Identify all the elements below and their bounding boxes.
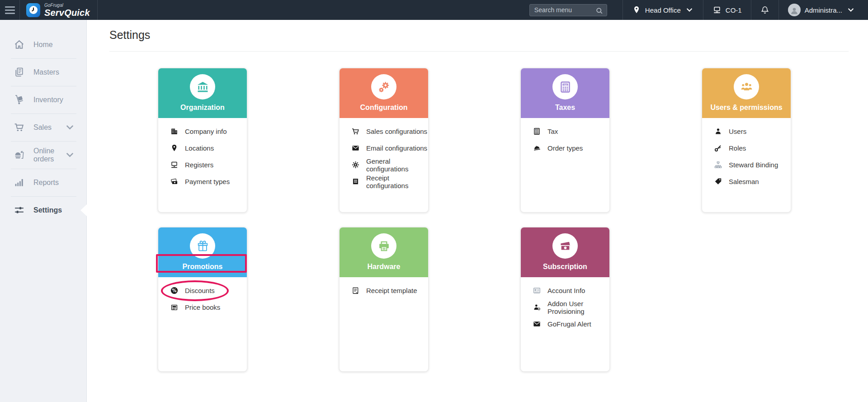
sidebar: HomeMastersInventorySalesOnline ordersRe…: [0, 20, 87, 402]
settings-card-subscription: SubscriptionAccount InfoAddon User Provi…: [520, 227, 610, 372]
location-selector[interactable]: Head Office: [623, 0, 703, 20]
hierarchy-icon: [714, 161, 722, 169]
card-title: Promotions: [183, 263, 223, 271]
menu-item-users[interactable]: Users: [702, 123, 791, 140]
menu-item-label: Payment types: [185, 178, 230, 185]
menu-item-label: Email configurations: [366, 144, 427, 152]
brand-logo[interactable]: GoFrugal ServQuick: [20, 0, 98, 20]
sidebar-item-reports[interactable]: Reports: [0, 169, 86, 196]
sidebar-item-online-orders[interactable]: Online orders: [0, 141, 86, 169]
menu-item-tax[interactable]: TAXTax: [521, 123, 609, 140]
inventory-icon: [14, 94, 25, 105]
menu-item-steward-binding[interactable]: Steward Binding: [702, 156, 791, 173]
sidebar-item-inventory[interactable]: Inventory: [0, 86, 86, 114]
home-icon: [14, 39, 25, 50]
menu-item-label: Receipt configurations: [366, 174, 428, 189]
user-check-icon: [533, 303, 541, 312]
menu-item-salesman[interactable]: Salesman: [702, 173, 791, 190]
sidebar-item-home[interactable]: Home: [0, 31, 86, 58]
sidebar-item-masters[interactable]: Masters: [0, 58, 86, 86]
users-group-icon: [734, 74, 759, 99]
reports-icon: [14, 177, 25, 188]
chevron-down-icon: [846, 5, 855, 14]
notifications-button[interactable]: [751, 0, 778, 20]
menu-item-addon-user-provisioning[interactable]: Addon User Provisioning: [521, 299, 609, 316]
menu-item-label: Registers: [185, 161, 213, 169]
menu-item-label: GoFrugal Alert: [547, 320, 591, 328]
envelope-icon: [351, 144, 360, 152]
menu-item-discounts[interactable]: %Discounts: [158, 282, 247, 299]
cash-icon: [170, 177, 179, 186]
card-items: Sales configurationsEmail configurations…: [340, 118, 428, 190]
register-terminal-icon: [712, 5, 722, 14]
user-icon: [714, 127, 722, 136]
online-orders-icon: [14, 149, 25, 161]
card-header-organization[interactable]: Organization: [158, 68, 247, 118]
serving-dome-icon: [533, 144, 541, 152]
brand-name-bottom: ServQuick: [44, 8, 90, 17]
menu-item-company-info[interactable]: Company info: [158, 123, 247, 140]
cart-icon: [351, 127, 360, 136]
sidebar-item-label: Reports: [33, 179, 59, 187]
sidebar-item-label: Home: [33, 41, 53, 49]
search-icon[interactable]: [595, 6, 604, 15]
menu-item-payment-types[interactable]: Payment types: [158, 173, 247, 190]
servquick-clock-icon: [26, 3, 40, 17]
menu-item-label: General configurations: [366, 157, 428, 173]
receipt-icon: [351, 177, 360, 186]
svg-text:TAX: TAX: [563, 83, 567, 85]
card-header-users-permissions[interactable]: Users & permissions: [702, 68, 791, 118]
location-label: Head Office: [645, 6, 681, 14]
hamburger-menu-icon[interactable]: [0, 0, 20, 20]
menu-item-email-configurations[interactable]: Email configurations: [340, 140, 428, 156]
location-pin-icon: [632, 5, 641, 14]
key-icon: [714, 144, 722, 152]
menu-item-order-types[interactable]: Order types: [521, 140, 609, 156]
menu-item-receipt-configurations[interactable]: Receipt configurations: [340, 173, 428, 190]
menu-item-gofrugal-alert[interactable]: GoFrugal Alert: [521, 316, 609, 332]
settings-card-hardware: HardwareReceipt template: [339, 227, 429, 372]
tax-calculator-icon: TAX: [552, 74, 578, 99]
menu-item-receipt-template[interactable]: Receipt template: [340, 282, 428, 299]
avatar: [788, 4, 801, 16]
sidebar-item-settings[interactable]: Settings: [0, 196, 86, 224]
chevron-down-icon: [64, 149, 75, 161]
register-indicator[interactable]: CO-1: [703, 0, 751, 20]
bell-icon: [760, 5, 769, 14]
brand-text: GoFrugal ServQuick: [44, 3, 90, 17]
menu-item-price-books[interactable]: Price books: [158, 299, 247, 316]
menu-item-locations[interactable]: Locations: [158, 140, 247, 156]
card-title: Subscription: [543, 263, 587, 271]
settings-card-organization: OrganizationCompany infoLocationsRegiste…: [158, 68, 247, 213]
gears-icon: [371, 74, 396, 99]
card-header-promotions[interactable]: Promotions: [158, 227, 247, 277]
settings-card-configuration: ConfigurationSales configurationsEmail c…: [339, 68, 429, 213]
card-title: Hardware: [368, 263, 401, 271]
user-label: Administra...: [805, 6, 842, 14]
user-menu[interactable]: Administra...: [778, 0, 868, 20]
card-items: Company infoLocationsRegistersPayment ty…: [158, 118, 247, 190]
menu-item-label: Order types: [547, 144, 583, 152]
card-title: Organization: [180, 104, 225, 112]
menu-item-general-configurations[interactable]: General configurations: [340, 156, 428, 173]
sidebar-item-label: Inventory: [33, 96, 63, 104]
card-header-taxes[interactable]: TAXTaxes: [521, 68, 609, 118]
settings-card-users-permissions: Users & permissionsUsersRolesSteward Bin…: [702, 68, 791, 213]
menu-item-account-info[interactable]: Account Info: [521, 282, 609, 299]
menu-item-registers[interactable]: Registers: [158, 156, 247, 173]
envelope-icon: [533, 320, 541, 328]
settings-card-promotions: Promotions%DiscountsPrice books: [158, 227, 247, 372]
card-header-subscription[interactable]: Subscription: [521, 227, 609, 277]
card-items: %DiscountsPrice books: [158, 277, 247, 316]
pin-icon: [170, 144, 179, 152]
menu-item-label: Tax: [547, 128, 558, 135]
card-items: Receipt template: [340, 277, 428, 299]
main-content: Settings OrganizationCompany infoLocatio…: [87, 20, 868, 402]
card-header-hardware[interactable]: Hardware: [340, 227, 428, 277]
top-bar: GoFrugal ServQuick Head Office CO-1 Admi…: [0, 0, 868, 20]
sidebar-item-sales[interactable]: Sales: [0, 114, 86, 141]
menu-item-sales-configurations[interactable]: Sales configurations: [340, 123, 428, 140]
card-header-configuration[interactable]: Configuration: [340, 68, 428, 118]
svg-text:%: %: [172, 288, 177, 293]
menu-item-roles[interactable]: Roles: [702, 140, 791, 156]
